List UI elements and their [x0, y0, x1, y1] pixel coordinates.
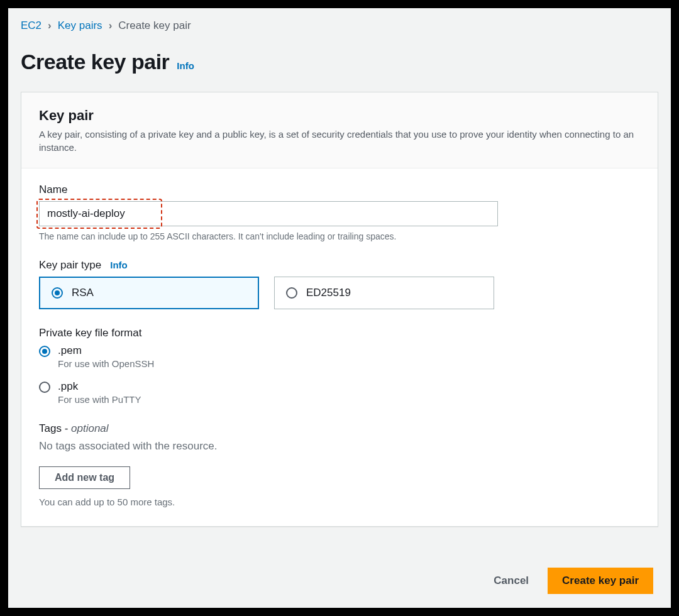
chevron-right-icon: › [48, 19, 52, 32]
format-option-sub: For use with OpenSSH [58, 358, 154, 369]
panel-description: A key pair, consisting of a private key … [39, 128, 640, 154]
radio-icon [39, 346, 50, 357]
breadcrumb-current: Create key pair [118, 19, 190, 32]
info-link-type[interactable]: Info [110, 260, 128, 270]
type-option-label: RSA [72, 287, 94, 299]
breadcrumb: EC2 › Key pairs › Create key pair [21, 19, 658, 32]
format-option-label: .pem [58, 344, 154, 357]
panel-title: Key pair [39, 107, 640, 124]
cancel-button[interactable]: Cancel [487, 568, 535, 593]
type-option-rsa[interactable]: RSA [39, 277, 259, 309]
name-input[interactable] [39, 201, 498, 226]
radio-icon [39, 382, 50, 393]
breadcrumb-root[interactable]: EC2 [21, 19, 41, 32]
format-option-ppk[interactable]: .ppk For use with PuTTY [39, 380, 640, 405]
type-option-ed25519[interactable]: ED25519 [274, 277, 494, 309]
name-hint: The name can include up to 255 ASCII cha… [39, 231, 640, 241]
format-option-pem[interactable]: .pem For use with OpenSSH [39, 344, 640, 369]
keypair-panel: Key pair A key pair, consisting of a pri… [21, 92, 658, 527]
name-label: Name [39, 184, 640, 196]
tags-hint: You can add up to 50 more tags. [39, 497, 640, 507]
tags-header: Tags - [39, 422, 71, 434]
type-option-label: ED25519 [306, 287, 351, 299]
format-label: Private key file format [39, 327, 640, 339]
radio-icon [286, 287, 297, 299]
tags-none-text: No tags associated with the resource. [39, 440, 640, 453]
create-keypair-button[interactable]: Create key pair [548, 568, 653, 594]
page-title: Create key pair [21, 50, 169, 74]
format-option-label: .ppk [58, 380, 141, 393]
add-tag-button[interactable]: Add new tag [39, 466, 130, 489]
radio-icon [52, 287, 63, 299]
type-label: Key pair type [39, 259, 101, 272]
chevron-right-icon: › [109, 19, 113, 32]
breadcrumb-parent[interactable]: Key pairs [58, 19, 102, 32]
format-option-sub: For use with PuTTY [58, 394, 141, 405]
tags-optional: optional [71, 422, 109, 434]
info-link[interactable]: Info [177, 60, 194, 71]
